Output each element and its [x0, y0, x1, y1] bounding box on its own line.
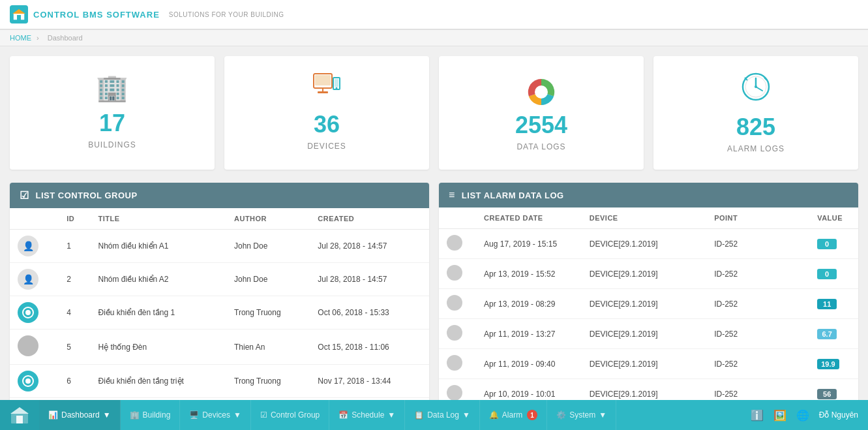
- stat-card-devices: 36 DEVICES: [224, 56, 429, 170]
- table-row[interactable]: Aug 17, 2019 - 15:15 DEVICE[29.1.2019] I…: [439, 229, 858, 259]
- svg-point-22: [25, 378, 31, 384]
- data-logs-number: 2554: [452, 112, 631, 139]
- alarm-nav-icon: 🔔: [489, 410, 499, 420]
- nav-building-label: Building: [143, 410, 171, 420]
- content-grid: ☑ LIST CONTROL GROUP ID TITLE AUTHOR CRE…: [10, 183, 858, 430]
- control-group-header-row: ID TITLE AUTHOR CREATED: [10, 208, 429, 230]
- svg-rect-6: [318, 91, 328, 93]
- nav-brand: [0, 400, 39, 430]
- devices-icon: [237, 72, 416, 104]
- alarm-data-log-title: LIST ALARM DATA LOG: [462, 191, 564, 200]
- image-icon[interactable]: 🖼️: [773, 409, 786, 422]
- data-log-caret: ▼: [462, 410, 470, 420]
- col-title: TITLE: [90, 208, 226, 230]
- col-avatar: [10, 208, 59, 230]
- table-row[interactable]: Apr 13, 2019 - 08:29 DEVICE[29.1.2019] I…: [439, 289, 858, 319]
- control-group-nav-icon: ☑: [260, 410, 267, 420]
- control-group-panel: ☑ LIST CONTROL GROUP ID TITLE AUTHOR CRE…: [10, 183, 429, 423]
- logo-icon: [10, 5, 28, 23]
- nav-building[interactable]: 🏢 Building: [121, 400, 181, 430]
- svg-point-16: [755, 85, 757, 88]
- alarm-col-date: CREATED DATE: [476, 207, 582, 229]
- devices-number: 36: [237, 111, 416, 138]
- nav-devices[interactable]: 🖥️ Devices ▼: [180, 400, 251, 430]
- control-group-table: ID TITLE AUTHOR CREATED 👤 1 Nhóm điều kh…: [10, 208, 429, 397]
- control-group-table-wrapper: ID TITLE AUTHOR CREATED 👤 1 Nhóm điều kh…: [10, 208, 429, 397]
- main-content: 🏢 17 BUILDINGS 36 DEVICES: [0, 46, 868, 430]
- buildings-icon: 🏢: [23, 72, 202, 103]
- data-logs-chart: [452, 72, 631, 112]
- data-log-nav-icon: 📋: [414, 410, 424, 420]
- nav-spacer: [616, 400, 741, 430]
- control-group-icon: ☑: [20, 189, 29, 202]
- avatar: [18, 335, 38, 356]
- nav-data-log[interactable]: 📋 Data Log ▼: [405, 400, 480, 430]
- nav-user: Đỗ Nguyên: [819, 410, 858, 420]
- buildings-number: 17: [23, 110, 202, 137]
- avatar: [447, 325, 462, 341]
- devices-nav-icon: 🖥️: [189, 410, 199, 420]
- value-badge: 0: [817, 269, 837, 279]
- avatar: [447, 265, 462, 281]
- alarm-data-log-panel: ≡ LIST ALARM DATA LOG CREATED DATE DEVIC…: [439, 183, 858, 430]
- svg-rect-2: [17, 15, 21, 20]
- table-row[interactable]: Apr 13, 2019 - 15:52 DEVICE[29.1.2019] I…: [439, 259, 858, 289]
- top-bar: CONTROL BMS SOFTWARE SOLUTIONS FOR YOUR …: [0, 0, 868, 30]
- avatar: [447, 235, 462, 251]
- col-created: CREATED: [310, 208, 429, 230]
- alarm-col-value: VALUE: [809, 207, 858, 229]
- breadcrumb-home[interactable]: HOME: [10, 34, 31, 42]
- avatar: [18, 302, 38, 323]
- stat-card-buildings: 🏢 17 BUILDINGS: [10, 56, 215, 170]
- avatar: 👤: [18, 236, 38, 256]
- table-row[interactable]: 5 Hệ thống Đèn Thien An Oct 15, 2018 - 1…: [10, 330, 429, 365]
- app-title: CONTROL BMS SOFTWARE: [33, 10, 160, 20]
- value-badge: 0: [817, 239, 837, 249]
- table-row[interactable]: 4 Điều khiển đèn tầng 1 Trong Truong Oct…: [10, 296, 429, 330]
- avatar: [18, 371, 38, 392]
- navbar: 📊 Dashboard ▼ 🏢 Building 🖥️ Devices ▼ ☑ …: [0, 400, 868, 430]
- alarm-data-log-icon: ≡: [449, 189, 455, 201]
- right-column: ≡ LIST ALARM DATA LOG CREATED DATE DEVIC…: [439, 183, 858, 430]
- alarm-logs-number: 825: [666, 114, 845, 141]
- nav-alarm-label: Alarm: [502, 410, 522, 420]
- nav-system[interactable]: ⚙️ System ▼: [547, 400, 616, 430]
- alarm-col-point: POINT: [706, 207, 809, 229]
- alarm-data-log-body[interactable]: CREATED DATE DEVICE POINT VALUE Aug 17, …: [439, 207, 858, 430]
- table-row[interactable]: 👤 1 Nhóm điều khiển A1 John Doe Jul 28, …: [10, 230, 429, 263]
- svg-point-20: [25, 310, 31, 315]
- table-row[interactable]: Apr 11, 2019 - 09:40 DEVICE[29.1.2019] I…: [439, 349, 858, 379]
- nav-schedule-label: Schedule: [352, 410, 384, 420]
- alarm-logs-label: ALARM LOGS: [666, 144, 845, 153]
- stat-card-data-logs: 2554 DATA LOGS: [439, 56, 644, 170]
- breadcrumb-current: Dashboard: [48, 34, 83, 42]
- nav-alarm[interactable]: 🔔 Alarm 1: [480, 400, 547, 430]
- nav-schedule[interactable]: 📅 Schedule ▼: [329, 400, 405, 430]
- nav-right: ℹ️ 🖼️ 🌐 Đỗ Nguyên: [741, 400, 868, 430]
- svg-marker-1: [12, 9, 25, 14]
- stat-card-alarm-logs: 825 ALARM LOGS: [653, 56, 858, 170]
- avatar: [447, 355, 462, 371]
- nav-data-log-label: Data Log: [427, 410, 459, 420]
- table-row[interactable]: 👤 2 Nhóm điều khiển A2 John Doe Jul 28, …: [10, 263, 429, 296]
- svg-rect-25: [16, 416, 23, 423]
- building-nav-icon: 🏢: [130, 410, 140, 420]
- nav-dashboard[interactable]: 📊 Dashboard ▼: [39, 400, 121, 430]
- col-id: ID: [59, 208, 90, 230]
- app-subtitle: SOLUTIONS FOR YOUR BUILDING: [169, 11, 284, 18]
- nav-dashboard-label: Dashboard: [61, 410, 100, 420]
- svg-point-9: [336, 87, 338, 89]
- alarm-col-device: DEVICE: [582, 207, 706, 229]
- info-icon[interactable]: ℹ️: [751, 409, 764, 422]
- value-badge: 6.7: [817, 329, 837, 339]
- schedule-nav-icon: 📅: [338, 410, 348, 420]
- nav-devices-label: Devices: [202, 410, 230, 420]
- schedule-caret: ▼: [387, 410, 395, 420]
- table-row[interactable]: Apr 11, 2019 - 13:27 DEVICE[29.1.2019] I…: [439, 319, 858, 349]
- globe-icon[interactable]: 🌐: [796, 409, 809, 422]
- nav-control-group-label: Control Group: [271, 410, 320, 420]
- nav-control-group[interactable]: ☑ Control Group: [251, 400, 329, 430]
- avatar: [447, 295, 462, 311]
- avatar: [447, 385, 462, 401]
- table-row[interactable]: 6 Điều khiển đèn tầng triệt Trong Truong…: [10, 365, 429, 398]
